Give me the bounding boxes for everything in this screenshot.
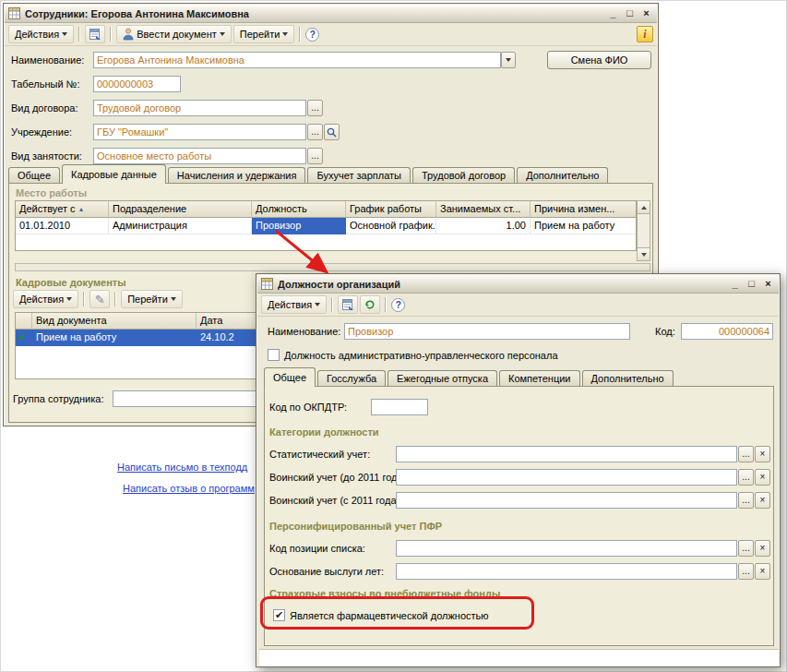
window-title: Сотрудники: Егорова Антонина Максимовна bbox=[25, 8, 249, 19]
institution-select-button[interactable]: ... bbox=[307, 124, 323, 140]
stat-uchet-input[interactable] bbox=[396, 446, 737, 462]
positions-window-titlebar[interactable]: Должности организаций _ □ × bbox=[257, 275, 779, 294]
voinskiy-do2011-select-button[interactable]: ... bbox=[738, 469, 754, 486]
employment-type-select-button[interactable]: ... bbox=[307, 148, 323, 164]
osnovanie-vyslugi-select-button[interactable]: ... bbox=[738, 563, 754, 580]
hr-documents-toolbar: Действия ✎ Перейти bbox=[13, 289, 183, 309]
contract-type-select-button[interactable]: ... bbox=[307, 100, 323, 116]
workplace-horizontal-scrollbar[interactable] bbox=[15, 263, 650, 271]
refresh-button[interactable] bbox=[360, 295, 380, 314]
goto-button[interactable]: Перейти bbox=[233, 25, 295, 43]
position-name-label: Наименование: bbox=[268, 326, 340, 337]
cell-schedule[interactable]: Основной график... bbox=[346, 218, 436, 234]
help-icon[interactable]: ? bbox=[391, 298, 405, 312]
osnovanie-vyslugi-input[interactable] bbox=[396, 563, 737, 580]
info-button[interactable]: i bbox=[637, 26, 653, 42]
enter-document-button[interactable]: Ввести документ bbox=[116, 25, 232, 43]
cell-position-selected[interactable]: Провизор bbox=[252, 218, 346, 234]
column-header-icon[interactable] bbox=[16, 313, 32, 330]
employment-type-input[interactable]: Основное место работы bbox=[93, 148, 306, 164]
name-input[interactable]: Егорова Антонина Максимовна bbox=[93, 52, 501, 68]
tab-nachisleniya[interactable]: Начисления и удержания bbox=[168, 167, 306, 184]
tab-buhuchet[interactable]: Бухучет зарплаты bbox=[307, 167, 411, 184]
position-code-input[interactable]: 000000064 bbox=[681, 323, 773, 340]
kod-pozicii-select-button[interactable]: ... bbox=[738, 540, 754, 557]
list-icon bbox=[341, 298, 354, 311]
maximize-icon[interactable]: □ bbox=[745, 278, 758, 291]
scroll-up-button[interactable] bbox=[638, 201, 650, 214]
tab-dopolnitelno[interactable]: Дополнительно bbox=[582, 370, 674, 387]
column-header-grafik[interactable]: График работы bbox=[346, 201, 436, 218]
voinskiy-do2011-input[interactable] bbox=[396, 469, 737, 486]
column-header-prichina[interactable]: Причина измен... bbox=[531, 201, 636, 218]
edit-button[interactable]: ✎ bbox=[89, 290, 110, 308]
tab-label: Госслужба bbox=[327, 373, 376, 384]
column-label: Действует с bbox=[19, 201, 76, 217]
cell-department[interactable]: Администрация bbox=[109, 218, 252, 234]
employees-window-titlebar[interactable]: Сотрудники: Егорова Антонина Максимовна … bbox=[5, 5, 657, 23]
name-dropdown-button[interactable] bbox=[501, 52, 516, 68]
close-icon[interactable]: × bbox=[761, 278, 775, 291]
kod-pozicii-input[interactable] bbox=[396, 540, 737, 557]
scroll-down-button[interactable] bbox=[638, 247, 650, 260]
position-name-input[interactable]: Провизор bbox=[344, 323, 630, 340]
column-header-podrazdelenie[interactable]: Подразделение bbox=[109, 201, 252, 218]
tab-label: Бухучет зарплаты bbox=[316, 170, 401, 181]
minimize-icon[interactable]: _ bbox=[606, 7, 620, 20]
support-link[interactable]: Написать письмо в техподд bbox=[117, 462, 247, 473]
workplace-vertical-scrollbar[interactable] bbox=[637, 200, 650, 261]
list-icon bbox=[89, 28, 101, 41]
help-icon[interactable]: ? bbox=[305, 28, 319, 42]
stat-uchet-clear-button[interactable]: × bbox=[755, 446, 770, 462]
hr-actions-button[interactable]: Действия bbox=[13, 290, 78, 308]
list-select-button[interactable] bbox=[338, 295, 358, 314]
tab-dopolnitelno[interactable]: Дополнительно bbox=[517, 167, 608, 184]
cell-rate[interactable]: 1.00 bbox=[436, 218, 531, 234]
voinskiy-do2011-clear-button[interactable]: × bbox=[755, 469, 770, 486]
tab-kadrovye-dannye[interactable]: Кадровые данные bbox=[62, 164, 166, 184]
toolbar-separator bbox=[385, 297, 387, 312]
voinskiy-s2011-select-button[interactable]: ... bbox=[738, 492, 754, 509]
employees-toolbar: Действия Ввести документ Перейти ? i bbox=[5, 23, 657, 46]
osnovanie-vyslugi-clear-button[interactable]: × bbox=[755, 563, 770, 580]
tab-gossluzhba[interactable]: Госслужба bbox=[317, 370, 386, 387]
column-header-deystvuet[interactable]: Действует с ▲ bbox=[16, 201, 109, 218]
tab-label: Начисления и удержания bbox=[177, 170, 297, 181]
workplace-group-header: Место работы bbox=[16, 187, 87, 198]
admin-position-checkbox[interactable] bbox=[268, 349, 280, 361]
institution-input[interactable]: ГБУ "Ромашки" bbox=[93, 124, 306, 140]
tab-trudovoy-dogovor[interactable]: Трудовой договор bbox=[412, 167, 515, 184]
okpdtr-input[interactable] bbox=[371, 399, 428, 415]
workplace-data-row[interactable]: 01.01.2010 Администрация Провизор Основн… bbox=[16, 218, 636, 234]
feedback-link[interactable]: Написать отзыв о программ bbox=[123, 483, 255, 494]
tab-kompetencii[interactable]: Компетенции bbox=[499, 370, 580, 387]
voinskiy-s2011-clear-button[interactable]: × bbox=[755, 492, 770, 509]
cell-date[interactable]: 01.01.2010 bbox=[16, 218, 109, 234]
close-icon[interactable]: × bbox=[639, 7, 653, 20]
maximize-icon[interactable]: □ bbox=[623, 7, 637, 20]
column-header-stavki[interactable]: Занимаемых ст... bbox=[436, 201, 531, 218]
hr-goto-button[interactable]: Перейти bbox=[121, 290, 183, 308]
tab-otpuska[interactable]: Ежегодные отпуска bbox=[388, 370, 497, 387]
kod-pozicii-clear-button[interactable]: × bbox=[755, 540, 770, 557]
tab-number-input[interactable]: 0000000003 bbox=[93, 76, 181, 92]
tab-obschee[interactable]: Общее bbox=[8, 167, 60, 184]
column-label: График работы bbox=[350, 201, 422, 217]
toolbar-separator bbox=[331, 297, 333, 312]
column-header-vid-dokumenta[interactable]: Вид документа bbox=[32, 313, 197, 330]
column-label: Должность bbox=[256, 201, 307, 217]
stat-uchet-select-button[interactable]: ... bbox=[738, 446, 754, 462]
cell-reason[interactable]: Прием на работу bbox=[531, 218, 636, 234]
change-fio-button[interactable]: Смена ФИО bbox=[547, 51, 651, 69]
actions-button[interactable]: Действия bbox=[8, 25, 74, 43]
contract-type-input[interactable]: Трудовой договор bbox=[93, 100, 306, 116]
list-select-button[interactable] bbox=[85, 25, 105, 43]
voinskiy-s2011-input[interactable] bbox=[396, 492, 737, 509]
institution-search-button[interactable] bbox=[324, 124, 340, 140]
tab-obschee[interactable]: Общее bbox=[264, 367, 316, 387]
actions-button[interactable]: Действия bbox=[261, 295, 327, 314]
cell-document-type[interactable]: Прием на работу bbox=[32, 330, 197, 346]
pharma-checkbox[interactable]: ✔ bbox=[273, 609, 285, 621]
column-header-dolzhnost[interactable]: Должность bbox=[252, 201, 346, 218]
minimize-icon[interactable]: _ bbox=[728, 278, 742, 291]
